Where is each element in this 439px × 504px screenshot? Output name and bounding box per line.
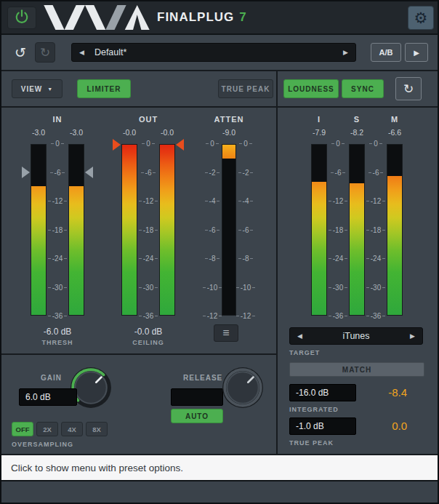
limiter-toggle-button[interactable]: LIMITER (77, 79, 131, 98)
scale-tick-label: -2 (205, 169, 220, 177)
undo-button[interactable]: ↺ (10, 42, 31, 63)
meter-menu-button[interactable]: ≡ (214, 324, 238, 342)
in-peak-value: -3.0 (32, 128, 45, 140)
output-meter-group: OUT -0.0 -0.0 0-6-12-18-24-30-36 -0.0 dB… (112, 115, 185, 346)
release-value-field[interactable] (171, 388, 223, 406)
auto-release-button[interactable]: AUTO (171, 409, 223, 423)
gain-value-field[interactable]: 6.0 dB (19, 388, 77, 406)
integrated-label: INTEGRATED (289, 406, 339, 413)
settings-button[interactable]: ⚙ (408, 6, 434, 30)
limiter-label: LIMITER (87, 85, 121, 93)
auto-label: AUTO (185, 412, 209, 420)
scale-tick-label: 0 (142, 140, 155, 148)
scale-tick-label: -12 (236, 312, 255, 320)
gain-label: GAIN (41, 374, 62, 382)
view-menu-button[interactable]: VIEW ▼ (12, 79, 63, 98)
scale-tick-label: -24 (139, 255, 158, 263)
loudness-toggle-button[interactable]: LOUDNESS (283, 79, 339, 98)
scale-tick-label: 0 (331, 140, 345, 148)
scale-tick-label: -12 (203, 312, 222, 320)
scale-tick-label: -12 (366, 197, 385, 205)
ab-label: A/B (379, 48, 393, 57)
match-button[interactable]: MATCH (289, 362, 424, 377)
scale-tick-label: -12 (139, 197, 158, 205)
out-peak-value: -0.0 (161, 128, 174, 140)
thresh-marker-zone (21, 144, 31, 316)
scale-tick-label: -18 (139, 226, 158, 234)
play-icon: ▶ (414, 49, 419, 57)
true-peak-toggle-button[interactable]: TRUE PEAK (218, 79, 273, 98)
out-meter-right (159, 144, 175, 316)
preset-play-button[interactable]: ▶ (405, 43, 428, 62)
ab-compare-button[interactable]: A/B (371, 43, 401, 62)
preset-next-icon[interactable]: ▶ (343, 49, 348, 56)
release-knob[interactable] (222, 367, 264, 412)
loudness-label: LOUDNESS (288, 85, 334, 93)
scale-tick-label: -30 (48, 284, 67, 292)
sync-label: SYNC (351, 85, 374, 93)
target-next-icon[interactable]: ▶ (410, 333, 415, 340)
scale-tick-label: -18 (48, 226, 67, 234)
momentary-meter-title: M (391, 115, 398, 128)
loudness-reset-button[interactable]: ↻ (395, 77, 422, 100)
integrated-target-field[interactable]: -16.0 dB (289, 384, 356, 401)
ceiling-value[interactable]: -0.0 dB (134, 327, 163, 337)
scale-tick-label: -36 (329, 312, 347, 320)
atten-scale-left: 0-2-4-6-8-10-12 (203, 140, 222, 320)
in-meter-left (31, 144, 47, 316)
scale-tick-label: -6 (205, 226, 220, 234)
scale-tick-label: -36 (366, 312, 385, 320)
out-meter-left (121, 144, 137, 316)
true-peak-target-field[interactable]: -1.0 dB (289, 417, 356, 435)
atten-meter-title: ATTEN (214, 115, 244, 128)
app-version: 7 (239, 10, 246, 25)
wave-arts-logo-icon (43, 5, 150, 33)
power-button[interactable] (7, 7, 36, 29)
true-peak-readout: 0.0 (356, 420, 407, 432)
scale-tick-label: -6 (238, 226, 254, 234)
release-label: RELEASE (183, 374, 222, 382)
s-meter (349, 144, 365, 316)
true-peak-label: TRUE PEAK (222, 85, 270, 93)
scale-tick-label: -2 (238, 169, 254, 177)
target-selector[interactable]: ◀ iTunes ▶ (289, 327, 423, 345)
oversampling-4x-button[interactable]: 4X (61, 422, 83, 436)
in-meter-right (68, 144, 84, 316)
preset-prev-icon[interactable]: ◀ (79, 49, 84, 56)
scale-tick-label: -18 (329, 226, 347, 234)
target-prev-icon[interactable]: ◀ (297, 333, 302, 340)
sync-toggle-button[interactable]: SYNC (342, 79, 384, 98)
s-value: -8.2 (350, 128, 363, 140)
scale-tick-label: -10 (203, 284, 222, 292)
scale-tick-label: -12 (329, 197, 347, 205)
oversampling-8x-button[interactable]: 8X (86, 422, 108, 436)
gear-icon: ⚙ (414, 10, 428, 25)
ceiling-marker-right[interactable] (176, 139, 184, 151)
scale-tick-label: -36 (139, 312, 158, 320)
threshold-value[interactable]: -6.0 dB (44, 327, 72, 337)
input-meter-group: IN -3.0 -3.0 0-6-12-18-24-30-36 -6.0 dB … (21, 115, 94, 346)
redo-icon: ↻ (40, 45, 50, 60)
scale-tick-label: 0 (369, 140, 382, 148)
redo-button[interactable]: ↻ (35, 42, 55, 63)
preset-selector[interactable]: ◀ Default* ▶ (71, 43, 356, 62)
scale-tick-label: 0 (51, 140, 64, 148)
toolbar-right: LOUDNESS SYNC ↻ (278, 71, 438, 108)
ceiling-label: CEILING (132, 339, 164, 346)
threshold-marker-left[interactable] (22, 167, 30, 178)
true-peak-field-label: TRUE PEAK (289, 439, 334, 447)
m-value: -6.6 (388, 128, 401, 140)
undo-icon: ↺ (15, 44, 26, 61)
scale-tick-label: -6 (50, 169, 65, 177)
oversampling-2x-button[interactable]: 2X (36, 422, 58, 436)
in-meter-scale: 0-6-12-18-24-30-36 (47, 140, 68, 320)
in-meter-title: IN (53, 115, 63, 128)
ceiling-marker-left[interactable] (113, 139, 121, 151)
atten-scale-right: 0-2-4-6-8-10-12 (236, 140, 255, 320)
preset-bar: ↺ ↻ ◀ Default* ▶ A/B ▶ (1, 35, 438, 71)
oversampling-off-button[interactable]: OFF (12, 422, 33, 436)
scale-tick-label: -24 (329, 255, 347, 263)
scale-tick-label: -24 (48, 255, 67, 263)
threshold-marker-right[interactable] (85, 167, 93, 178)
atten-meter (222, 144, 236, 316)
